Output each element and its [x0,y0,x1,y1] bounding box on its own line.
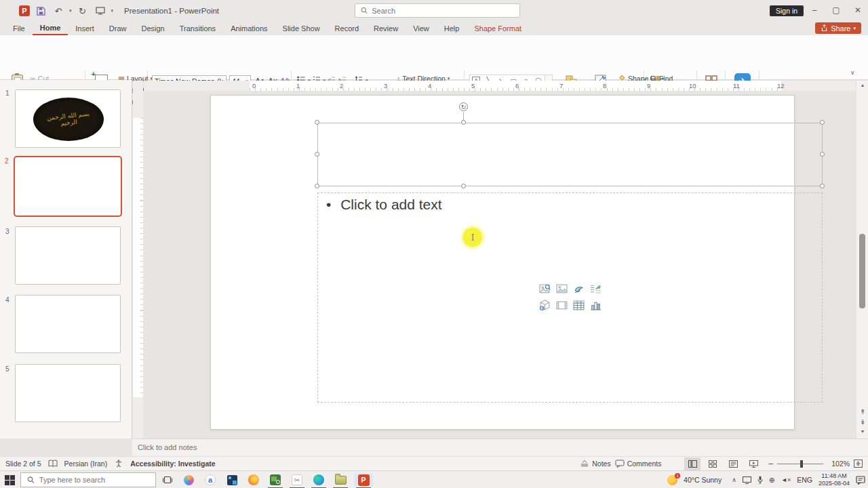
tab-design[interactable]: Design [134,22,172,35]
stock-images-icon[interactable] [539,283,551,295]
redo-icon[interactable]: ↻ [76,4,90,18]
firefox-app-icon[interactable] [247,473,260,487]
cast-display-icon[interactable] [743,476,751,484]
resize-handle-n[interactable] [461,120,466,125]
tab-home[interactable]: Home [33,22,68,35]
start-button[interactable] [0,471,19,488]
zoom-slider[interactable] [777,464,823,464]
app-blue-box-icon[interactable] [225,473,239,487]
next-slide-icon[interactable]: ↡ [856,418,868,426]
insert-video-icon[interactable] [556,300,568,311]
slide-sorter-icon [709,460,717,468]
slide-thumbnail-4[interactable] [15,295,121,353]
tab-help[interactable]: Help [437,22,467,35]
scrollbar-thumb[interactable] [859,234,865,308]
resize-handle-w[interactable] [315,152,319,157]
tab-review[interactable]: Review [366,22,406,35]
3d-models-icon[interactable] [539,300,551,311]
clock[interactable]: 11:48 AM 2025-08-04 [818,472,850,487]
minimize-button[interactable]: – [804,1,825,19]
accessibility-status[interactable]: Accessibility: Investigate [130,460,215,468]
content-placeholder[interactable]: • Click to add text [317,192,823,403]
resize-handle-s[interactable] [461,184,466,188]
spell-check-book-icon[interactable] [48,460,58,468]
vertical-scrollbar[interactable]: ▲ ↟ ↡ ▼ [856,81,868,439]
slide-editing-surface[interactable]: ↻ • Click to add text [210,95,795,430]
tab-shape-format[interactable]: Shape Format [467,22,529,35]
vertical-ruler[interactable] [133,81,143,439]
slide-sorter-view-button[interactable] [705,458,721,470]
app-a-icon[interactable]: a [203,473,217,487]
slide-show-button[interactable] [745,458,762,470]
insert-icons-icon[interactable] [573,283,585,295]
maximize-button[interactable]: ▢ [826,1,846,19]
slide-thumbnail-3[interactable] [15,226,121,285]
search-box[interactable] [355,3,520,18]
tab-view[interactable]: View [406,22,437,35]
powerpoint-app-icon[interactable]: P [19,5,30,16]
tab-animations[interactable]: Animations [223,22,275,35]
title-placeholder[interactable] [317,123,823,186]
powerpoint-taskbar-button[interactable]: P [354,473,373,487]
taskbar-search-box[interactable] [20,472,156,487]
resize-handle-sw[interactable] [315,184,319,188]
tab-draw[interactable]: Draw [102,22,134,35]
app-map-icon[interactable] [269,473,282,487]
resize-handle-e[interactable] [820,152,825,157]
scroll-up-icon[interactable]: ▲ [856,83,868,87]
comments-toggle-button[interactable]: Comments [615,460,662,468]
insert-table-icon[interactable] [573,300,585,311]
slideshow-from-start-icon[interactable] [94,4,107,18]
collapse-ribbon-icon[interactable]: ∨ [850,69,855,76]
input-language-indicator[interactable]: ENG [797,476,812,484]
scroll-down-icon[interactable]: ▼ [856,429,868,434]
language-status[interactable]: Persian (Iran) [64,460,108,468]
insert-chart-icon[interactable] [590,300,601,311]
weather-text[interactable]: 40°C Sunny [684,476,722,484]
previous-slide-icon[interactable]: ↟ [856,408,868,415]
action-center-icon[interactable] [856,476,865,485]
customize-qat-icon[interactable]: ▾ [111,8,114,14]
network-icon[interactable]: ⊕ [769,476,775,485]
notes-toggle-button[interactable]: Notes [580,460,610,468]
close-button[interactable]: ✕ [848,1,868,19]
rotation-handle[interactable]: ↻ [459,102,468,111]
resize-handle-se[interactable] [820,184,825,188]
slide-thumbnail-5[interactable] [15,364,121,422]
resize-handle-nw[interactable] [315,120,319,125]
copilot-app-icon[interactable] [182,473,195,487]
file-explorer-app-icon[interactable] [334,473,347,487]
zoom-level[interactable]: 102% [831,460,850,468]
fit-slide-to-window-icon[interactable] [854,460,863,468]
tab-slide-show[interactable]: Slide Show [275,22,328,35]
sign-in-button[interactable]: Sign in [770,5,804,16]
slide-thumbnail-1[interactable]: بسم الله الرحمن الرحيم [15,89,121,148]
snipping-tool-app-icon[interactable]: ✂ [290,473,304,487]
tab-transitions[interactable]: Transitions [172,22,223,35]
save-icon[interactable] [34,4,47,18]
task-view-button[interactable] [161,473,174,487]
share-button[interactable]: Share ▾ [815,22,861,34]
volume-muted-icon[interactable]: ◄× [781,476,791,483]
edge-app-icon[interactable] [312,473,326,487]
reading-view-button[interactable] [725,458,741,470]
pictures-icon[interactable] [556,283,568,295]
undo-icon[interactable]: ↶ [52,4,65,18]
tab-file[interactable]: File [5,22,33,35]
normal-view-button[interactable] [684,458,701,470]
hidden-icons-chevron[interactable]: ∧ [732,476,736,483]
horizontal-ruler[interactable]: 0 1 2 3 4 5 6 7 8 9 10 11 12 [144,81,856,91]
undo-caret-icon[interactable]: ▾ [69,8,72,14]
search-input[interactable] [372,7,514,15]
zoom-out-button[interactable]: – [768,459,773,468]
resize-handle-ne[interactable] [820,120,825,125]
microphone-icon[interactable] [757,476,763,484]
tab-insert[interactable]: Insert [68,22,102,35]
tab-record[interactable]: Record [328,22,366,35]
slide-thumbnail-2[interactable] [14,156,122,217]
notes-pane[interactable]: Click to add notes [132,439,868,456]
zoom-slider-thumb[interactable] [800,460,803,468]
taskbar-search-input[interactable] [39,476,149,484]
weather-widget[interactable]: 1 [667,475,677,485]
smartart-icon[interactable] [590,283,601,295]
